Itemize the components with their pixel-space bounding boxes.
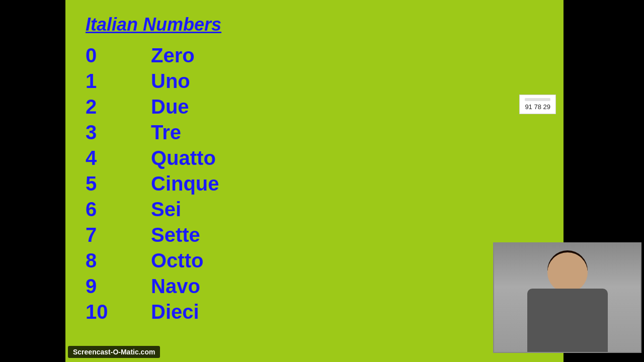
italian-word-10: Dieci [151, 301, 199, 323]
italian-word-0: Zero [151, 44, 195, 67]
person-head [547, 252, 588, 293]
webcam-overlay [493, 242, 641, 353]
digit-0: 0 [86, 44, 151, 67]
italian-word-1: Uno [151, 70, 190, 93]
person-body [527, 289, 608, 353]
left-black-bar [0, 0, 65, 362]
italian-word-3: Tre [151, 121, 181, 144]
watermark-label: Screencast-O-Matic.com [68, 346, 160, 358]
digit-9: 9 [86, 275, 151, 298]
number-row: 6Sei [86, 198, 543, 221]
stats-numbers: 91 78 29 [525, 103, 550, 111]
digit-10: 10 [86, 301, 151, 323]
digit-4: 4 [86, 147, 151, 169]
page-title: Italian Numbers [86, 14, 543, 35]
number-row: 10Dieci [86, 301, 543, 323]
webcam-feed [494, 243, 640, 352]
digit-8: 8 [86, 249, 151, 272]
digit-5: 5 [86, 172, 151, 195]
digit-7: 7 [86, 224, 151, 246]
number-row: 2Due [86, 96, 543, 118]
number-row: 3Tre [86, 121, 543, 144]
digit-3: 3 [86, 121, 151, 144]
digit-1: 1 [86, 70, 151, 93]
italian-word-2: Due [151, 96, 189, 118]
numbers-list: 0Zero1Uno2Due3Tre4Quatto5Cinque6Sei7Sett… [86, 44, 543, 323]
number-row: 7Sette [86, 224, 543, 246]
number-row: 5Cinque [86, 172, 543, 195]
number-row: 8Octto [86, 249, 543, 272]
digit-6: 6 [86, 198, 151, 221]
number-row: 0Zero [86, 44, 543, 67]
stats-widget: 91 78 29 [519, 95, 556, 114]
main-content-area: Italian Numbers 0Zero1Uno2Due3Tre4Quatto… [65, 0, 564, 362]
italian-word-6: Sei [151, 198, 181, 221]
italian-word-5: Cinque [151, 172, 219, 195]
number-row: 4Quatto [86, 147, 543, 169]
number-row: 9Navo [86, 275, 543, 298]
italian-word-7: Sette [151, 224, 200, 246]
italian-word-8: Octto [151, 249, 203, 272]
italian-word-4: Quatto [151, 147, 216, 169]
number-row: 1Uno [86, 70, 543, 93]
digit-2: 2 [86, 96, 151, 118]
italian-word-9: Navo [151, 275, 200, 298]
